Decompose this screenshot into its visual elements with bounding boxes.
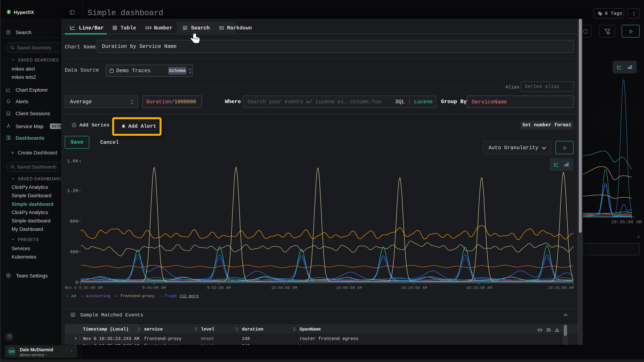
svg-text:10:16:00 AM: 10:16:00 AM (401, 286, 427, 290)
svg-text:400: 400 (70, 249, 78, 255)
svg-text:9:52:00 AM: 9:52:00 AM (207, 286, 231, 290)
svg-text:1.6K: 1.6K (67, 159, 78, 164)
svg-text:9:44:00 AM: 9:44:00 AM (142, 286, 166, 290)
svg-text:0: 0 (75, 280, 78, 285)
svg-text:10:08:00 AM: 10:08:00 AM (336, 286, 362, 290)
svg-text:Nov 6 9:35:00 AM: Nov 6 9:35:00 AM (65, 286, 102, 290)
svg-text:10:00:00 AM: 10:00:00 AM (271, 286, 297, 290)
svg-text:800: 800 (70, 219, 78, 224)
svg-text:1.2K: 1.2K (67, 188, 78, 193)
svg-text:10:24:00 AM: 10:24:00 AM (466, 286, 492, 290)
svg-text:10:35:00 AM: 10:35:00 AM (548, 286, 574, 290)
